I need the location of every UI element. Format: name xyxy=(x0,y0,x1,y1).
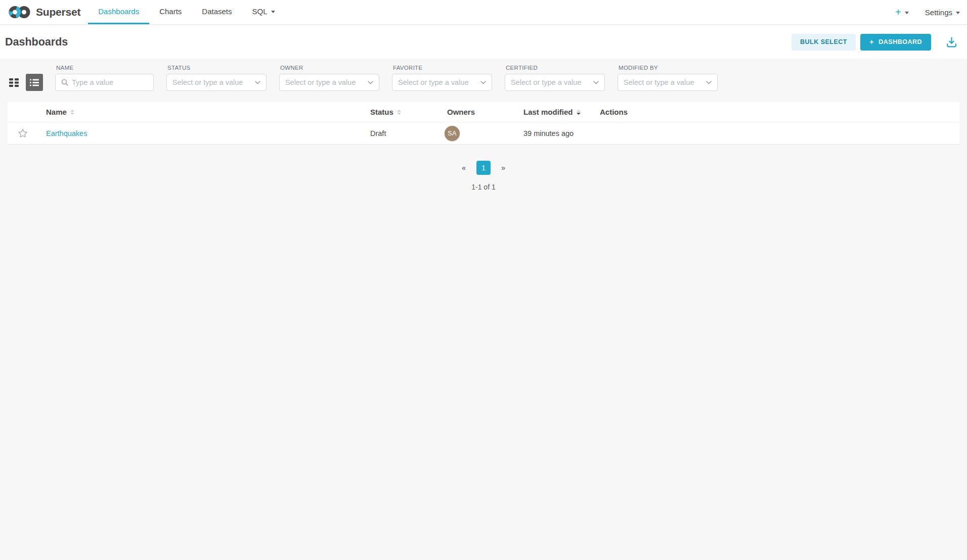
sort-icon xyxy=(397,110,401,115)
navbar: Superset Dashboards Charts Datasets SQL … xyxy=(0,0,967,25)
status-cell: Draft xyxy=(363,129,439,137)
chevron-down-icon xyxy=(593,81,599,84)
modified-by-filter-select[interactable]: Select or type a value xyxy=(618,74,718,91)
nav-item-datasets[interactable]: Datasets xyxy=(192,0,242,24)
export-dashboards-button[interactable] xyxy=(945,35,958,49)
new-dashboard-button[interactable]: + DASHBOARD xyxy=(860,34,931,51)
filter-certified: CERTIFIED Select or type a value xyxy=(505,65,605,91)
name-filter-input[interactable] xyxy=(72,78,148,86)
filter-status: STATUS Select or type a value xyxy=(166,65,267,91)
dashboards-table: Name Status Owners Last modified Actions xyxy=(8,102,959,145)
chevron-down-icon xyxy=(255,81,260,84)
column-header-last-modified[interactable]: Last modified xyxy=(516,108,592,116)
dashboard-link[interactable]: Earthquakes xyxy=(46,129,87,137)
nav-item-charts[interactable]: Charts xyxy=(149,0,192,24)
caret-down-icon xyxy=(905,12,909,14)
filter-owner: OWNER Select or type a value xyxy=(279,65,379,91)
page-header: Dashboards BULK SELECT + DASHBOARD xyxy=(0,25,967,59)
caret-down-icon xyxy=(956,12,960,14)
filter-bar: NAME STATUS Select or type a value xyxy=(0,65,967,91)
nav-item-sql[interactable]: SQL xyxy=(242,0,285,24)
search-icon xyxy=(61,79,68,86)
page-title: Dashboards xyxy=(5,36,68,49)
filter-label: NAME xyxy=(55,65,154,71)
view-toggles xyxy=(9,74,43,91)
plus-icon: + xyxy=(895,7,901,17)
column-header-status[interactable]: Status xyxy=(363,108,439,116)
owner-filter-select[interactable]: Select or type a value xyxy=(279,74,379,91)
chevron-down-icon xyxy=(706,81,712,84)
table-row: Earthquakes Draft SA 39 minutes ago xyxy=(8,122,959,145)
nav-item-dashboards[interactable]: Dashboards xyxy=(88,0,149,24)
name-filter-input-wrap xyxy=(55,74,154,91)
plus-icon: + xyxy=(869,37,874,46)
favorite-star-button[interactable] xyxy=(18,128,28,138)
main-nav: Dashboards Charts Datasets SQL xyxy=(88,0,285,24)
pagination: « 1 » xyxy=(0,161,967,175)
status-filter-select[interactable]: Select or type a value xyxy=(166,74,267,91)
filter-label: MODIFIED BY xyxy=(618,65,718,71)
caret-down-icon xyxy=(271,11,275,13)
column-header-owners: Owners xyxy=(439,108,516,116)
filter-name: NAME xyxy=(55,65,154,91)
chevron-down-icon xyxy=(368,81,373,84)
page-1-button[interactable]: 1 xyxy=(476,161,491,175)
superset-logo[interactable]: Superset xyxy=(8,0,80,24)
next-page-button[interactable]: » xyxy=(496,161,510,175)
card-view-icon xyxy=(9,78,19,87)
pagination-summary: 1-1 of 1 xyxy=(0,183,967,191)
new-item-menu[interactable]: + xyxy=(895,7,909,17)
certified-filter-select[interactable]: Select or type a value xyxy=(505,74,605,91)
prev-page-button[interactable]: « xyxy=(457,161,471,175)
navbar-right: + Settings xyxy=(895,0,960,24)
filter-modified-by: MODIFIED BY Select or type a value xyxy=(618,65,718,91)
filter-label: STATUS xyxy=(166,65,267,71)
bulk-select-button[interactable]: BULK SELECT xyxy=(792,34,856,51)
brand-name: Superset xyxy=(36,6,80,18)
table-header-row: Name Status Owners Last modified Actions xyxy=(8,102,959,122)
superset-infinity-icon xyxy=(8,5,31,20)
filter-label: FAVORITE xyxy=(392,65,492,71)
chevron-down-icon xyxy=(480,81,486,84)
filter-label: OWNER xyxy=(279,65,379,71)
sort-icon xyxy=(577,110,581,115)
sort-icon xyxy=(70,110,74,115)
card-view-toggle[interactable] xyxy=(9,78,19,87)
column-header-name[interactable]: Name xyxy=(38,108,363,116)
download-icon xyxy=(945,35,958,49)
owner-avatar[interactable]: SA xyxy=(445,126,460,141)
last-modified-cell: 39 minutes ago xyxy=(516,129,592,137)
list-view-icon xyxy=(30,79,39,86)
dashboard-list-body: NAME STATUS Select or type a value xyxy=(0,59,967,191)
column-header-actions: Actions xyxy=(592,108,959,116)
star-icon xyxy=(18,128,28,138)
filter-favorite: FAVORITE Select or type a value xyxy=(392,65,492,91)
list-view-toggle[interactable] xyxy=(26,74,43,91)
favorite-filter-select[interactable]: Select or type a value xyxy=(392,74,492,91)
filter-label: CERTIFIED xyxy=(505,65,605,71)
settings-menu[interactable]: Settings xyxy=(925,8,960,17)
